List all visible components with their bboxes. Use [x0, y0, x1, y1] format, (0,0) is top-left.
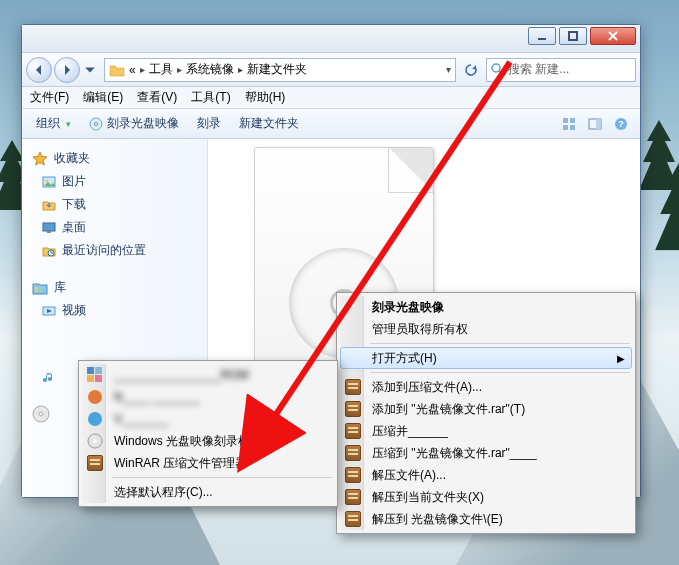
sidebar-item-desktop[interactable]: 桌面 — [28, 216, 201, 239]
sidebar-item-downloads[interactable]: 下载 — [28, 193, 201, 216]
back-button[interactable] — [26, 57, 52, 83]
openwith-app-0[interactable]: ________________ROM — [82, 364, 334, 386]
crumb-item[interactable]: 工具 — [149, 61, 173, 78]
ctx-rar-add[interactable]: 添加到压缩文件(A)... — [340, 376, 632, 398]
burn-image-button[interactable]: 刻录光盘映像 — [83, 112, 185, 135]
ctx-open-with[interactable]: 打开方式(H)▶ — [340, 347, 632, 369]
disc-icon — [89, 117, 103, 131]
new-folder-button[interactable]: 新建文件夹 — [233, 112, 305, 135]
ctx-rar-compressto[interactable]: 压缩到 "光盘镜像文件.rar"____ — [340, 442, 632, 464]
titlebar — [22, 25, 640, 53]
crumb-item[interactable]: 新建文件夹 — [247, 61, 307, 78]
openwith-app-1[interactable]: N____ _______ — [82, 386, 334, 408]
menu-bar: 文件(F) 编辑(E) 查看(V) 工具(T) 帮助(H) — [22, 87, 640, 109]
star-icon — [32, 151, 48, 167]
svg-rect-4 — [570, 118, 575, 123]
openwith-choose-default[interactable]: 选择默认程序(C)... — [82, 481, 334, 503]
download-icon — [42, 198, 56, 212]
menu-file[interactable]: 文件(F) — [30, 89, 69, 106]
crumb-dropdown[interactable]: ▾ — [446, 64, 451, 75]
svg-rect-23 — [87, 375, 94, 382]
disc-icon — [87, 433, 103, 449]
rar-icon — [345, 401, 361, 417]
rar-icon — [87, 455, 103, 471]
help-button[interactable]: ? — [610, 113, 632, 135]
ctx-rar-extract-here[interactable]: 解压到当前文件夹(X) — [340, 486, 632, 508]
svg-point-26 — [88, 412, 102, 426]
search-placeholder: 搜索 新建... — [508, 61, 569, 78]
minimize-button[interactable] — [528, 27, 556, 45]
close-button[interactable] — [590, 27, 636, 45]
svg-point-28 — [93, 439, 97, 443]
submenu-arrow-icon: ▶ — [617, 353, 625, 364]
svg-point-20 — [39, 412, 43, 416]
rar-icon — [345, 379, 361, 395]
openwith-winrar[interactable]: WinRAR 压缩文件管理器 — [82, 452, 334, 474]
library-icon — [32, 280, 48, 296]
sidebar-item-videos[interactable]: 视频 — [28, 299, 201, 322]
nav-bar: « ▸ 工具 ▸ 系统镜像 ▸ 新建文件夹 ▾ 搜索 新建... — [22, 53, 640, 87]
favorites-label: 收藏夹 — [54, 150, 90, 167]
ctx-burn-image[interactable]: 刻录光盘映像 — [340, 296, 632, 318]
rar-icon — [345, 423, 361, 439]
rar-icon — [345, 445, 361, 461]
crumb-item[interactable]: 系统镜像 — [186, 61, 234, 78]
svg-rect-13 — [43, 223, 55, 231]
forward-button[interactable] — [54, 57, 80, 83]
svg-point-0 — [492, 64, 500, 72]
context-menu-main: 刻录光盘映像 管理员取得所有权 打开方式(H)▶ 添加到压缩文件(A)... 添… — [336, 292, 636, 534]
svg-rect-16 — [35, 287, 38, 292]
svg-point-2 — [95, 122, 98, 125]
libraries-header[interactable]: 库 — [28, 276, 201, 299]
svg-rect-22 — [95, 367, 102, 374]
history-dropdown[interactable] — [82, 57, 98, 83]
preview-pane-button[interactable] — [584, 113, 606, 135]
app-icon — [87, 367, 103, 383]
libraries-label: 库 — [54, 279, 66, 296]
svg-rect-5 — [563, 125, 568, 130]
ctx-rar-addto[interactable]: 添加到 "光盘镜像文件.rar"(T) — [340, 398, 632, 420]
recent-icon — [42, 244, 56, 258]
svg-rect-6 — [570, 125, 575, 130]
ctx-rar-extract[interactable]: 解压文件(A)... — [340, 464, 632, 486]
refresh-button[interactable] — [460, 59, 482, 81]
ctx-admin-ownership[interactable]: 管理员取得所有权 — [340, 318, 632, 340]
app-icon — [87, 389, 103, 405]
view-mode-button[interactable] — [558, 113, 580, 135]
address-bar[interactable]: « ▸ 工具 ▸ 系统镜像 ▸ 新建文件夹 ▾ — [104, 58, 456, 82]
menu-edit[interactable]: 编辑(E) — [83, 89, 123, 106]
context-menu-openwith: ________________ROM N____ _______ V_____… — [78, 360, 338, 507]
crumb-sep: « — [129, 63, 136, 77]
openwith-windows-burner[interactable]: Windows 光盘映像刻录机 — [82, 430, 334, 452]
crumb-arrow: ▸ — [140, 64, 145, 75]
favorites-header[interactable]: 收藏夹 — [28, 147, 201, 170]
menu-view[interactable]: 查看(V) — [137, 89, 177, 106]
breadcrumb[interactable]: « ▸ 工具 ▸ 系统镜像 ▸ 新建文件夹 — [129, 61, 307, 78]
rar-icon — [345, 489, 361, 505]
pictures-icon — [42, 175, 56, 189]
svg-point-25 — [88, 390, 102, 404]
menu-help[interactable]: 帮助(H) — [245, 89, 286, 106]
maximize-button[interactable] — [559, 27, 587, 45]
sidebar-item-pictures[interactable]: 图片 — [28, 170, 201, 193]
svg-rect-21 — [87, 367, 94, 374]
burn-button[interactable]: 刻录 — [191, 112, 227, 135]
svg-rect-24 — [95, 375, 102, 382]
toolbar: 组织 刻录光盘映像 刻录 新建文件夹 ? — [22, 109, 640, 139]
svg-rect-14 — [47, 231, 51, 233]
organize-button[interactable]: 组织 — [30, 112, 77, 135]
ctx-rar-compress[interactable]: 压缩并______ — [340, 420, 632, 442]
openwith-app-2[interactable]: V_______ — [82, 408, 334, 430]
svg-rect-3 — [563, 118, 568, 123]
menu-tools[interactable]: 工具(T) — [191, 89, 230, 106]
svg-text:?: ? — [618, 119, 624, 129]
desktop-icon — [42, 221, 56, 235]
video-icon — [42, 304, 56, 318]
svg-rect-8 — [596, 119, 601, 129]
app-icon — [87, 411, 103, 427]
ctx-rar-extract-to[interactable]: 解压到 光盘镜像文件\(E) — [340, 508, 632, 530]
sidebar-item-recent[interactable]: 最近访问的位置 — [28, 239, 201, 262]
rar-icon — [345, 511, 361, 527]
search-box[interactable]: 搜索 新建... — [486, 58, 636, 82]
rar-icon — [345, 467, 361, 483]
